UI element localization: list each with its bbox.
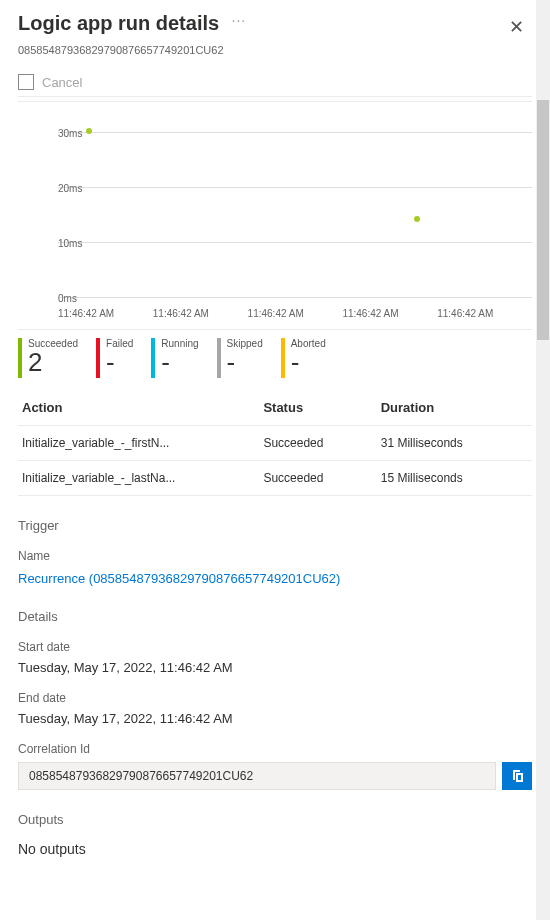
status-value: -	[161, 349, 198, 375]
cancel-checkbox[interactable]	[18, 74, 34, 90]
table-row[interactable]: Initialize_variable_-_lastNa... Succeede…	[18, 461, 532, 496]
cancel-label: Cancel	[42, 75, 82, 90]
cell-duration: 31 Milliseconds	[377, 426, 532, 461]
cell-duration: 15 Milliseconds	[377, 461, 532, 496]
scrollbar[interactable]	[536, 0, 550, 920]
cell-action: Initialize_variable_-_lastNa...	[18, 461, 259, 496]
x-tick: 11:46:42 AM	[153, 308, 248, 319]
status-item-aborted[interactable]: Aborted -	[281, 338, 344, 378]
status-color-bar	[18, 338, 22, 378]
panel-header: Logic app run details ··· ✕	[18, 12, 532, 42]
y-tick: 20ms	[58, 183, 82, 194]
copy-button[interactable]	[502, 762, 532, 790]
table-row[interactable]: Initialize_variable_-_firstN... Succeede…	[18, 426, 532, 461]
y-tick: 10ms	[58, 238, 82, 249]
status-summary: Succeeded 2 Failed - Running - Skipped -…	[18, 329, 532, 386]
start-date-label: Start date	[18, 640, 532, 654]
copy-icon	[509, 768, 525, 784]
status-color-bar	[217, 338, 221, 378]
outputs-value: No outputs	[18, 841, 532, 857]
x-tick: 11:46:42 AM	[248, 308, 343, 319]
cancel-row: Cancel	[18, 68, 532, 97]
actions-table: Action Status Duration Initialize_variab…	[18, 390, 532, 496]
start-date-value: Tuesday, May 17, 2022, 11:46:42 AM	[18, 660, 532, 675]
status-value: -	[227, 349, 263, 375]
status-item-succeeded[interactable]: Succeeded 2	[18, 338, 96, 378]
cell-status: Succeeded	[259, 426, 376, 461]
status-item-failed[interactable]: Failed -	[96, 338, 151, 378]
trigger-section: Trigger	[18, 518, 532, 533]
y-tick: 30ms	[58, 128, 82, 139]
col-status[interactable]: Status	[259, 390, 376, 426]
y-tick: 0ms	[58, 293, 77, 304]
status-value: 2	[28, 349, 78, 375]
x-axis: 11:46:42 AM 11:46:42 AM 11:46:42 AM 11:4…	[18, 308, 532, 319]
col-duration[interactable]: Duration	[377, 390, 532, 426]
chart-data-point[interactable]	[86, 128, 92, 134]
scrollbar-thumb[interactable]	[537, 100, 549, 340]
chart-plot: 30ms 20ms 10ms 0ms	[18, 112, 532, 302]
trigger-name-link[interactable]: Recurrence (0858548793682979087665774920…	[18, 571, 340, 586]
end-date-value: Tuesday, May 17, 2022, 11:46:42 AM	[18, 711, 532, 726]
correlation-id-input[interactable]	[18, 762, 496, 790]
col-action[interactable]: Action	[18, 390, 259, 426]
end-date-label: End date	[18, 691, 532, 705]
status-value: -	[291, 349, 326, 375]
page-title: Logic app run details	[18, 12, 219, 34]
cell-status: Succeeded	[259, 461, 376, 496]
close-button[interactable]: ✕	[501, 12, 532, 42]
status-item-running[interactable]: Running -	[151, 338, 216, 378]
run-id-text: 08585487936829790876657749201CU62	[18, 44, 532, 56]
more-menu-icon[interactable]: ···	[232, 12, 247, 28]
correlation-id-label: Correlation Id	[18, 742, 532, 756]
status-value: -	[106, 349, 133, 375]
status-color-bar	[281, 338, 285, 378]
cell-action: Initialize_variable_-_firstN...	[18, 426, 259, 461]
x-tick: 11:46:42 AM	[437, 308, 532, 319]
x-tick: 11:46:42 AM	[342, 308, 437, 319]
close-icon: ✕	[509, 17, 524, 37]
trigger-name-label: Name	[18, 549, 532, 563]
divider	[18, 101, 532, 102]
details-section: Details	[18, 609, 532, 624]
x-tick: 11:46:42 AM	[58, 308, 153, 319]
status-item-skipped[interactable]: Skipped -	[217, 338, 281, 378]
chart-area: 30ms 20ms 10ms 0ms 11:46:42 AM 11:46:42 …	[18, 112, 532, 319]
outputs-section: Outputs	[18, 812, 532, 827]
status-color-bar	[96, 338, 100, 378]
chart-data-point[interactable]	[414, 216, 420, 222]
status-color-bar	[151, 338, 155, 378]
correlation-row	[18, 762, 532, 790]
